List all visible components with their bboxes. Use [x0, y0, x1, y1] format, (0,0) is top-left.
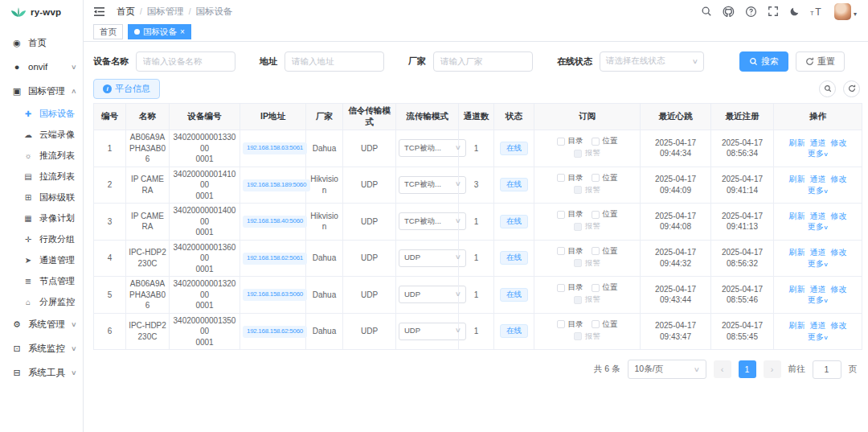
- checkbox-icon[interactable]: [557, 138, 565, 146]
- checkbox-icon[interactable]: [592, 320, 600, 328]
- cell-status: 在线: [494, 313, 534, 350]
- sidebar-item-channel-manage[interactable]: ➤通道管理: [0, 249, 83, 270]
- action-通道[interactable]: 通道: [810, 321, 826, 330]
- search-button[interactable]: 搜索: [739, 51, 788, 72]
- checkbox-icon[interactable]: [557, 211, 565, 219]
- action-刷新[interactable]: 刷新: [789, 212, 805, 220]
- col-header-device_id: 设备编号: [170, 104, 240, 130]
- subscribe-目录[interactable]: 目录: [557, 209, 583, 220]
- checkbox-icon[interactable]: [557, 174, 565, 182]
- checkbox-icon[interactable]: [557, 320, 565, 328]
- sidebar-item-onvif[interactable]: ●onvif∨: [0, 55, 83, 79]
- tab-首页[interactable]: 首页: [93, 24, 123, 39]
- breadcrumb-item[interactable]: 国标管理: [147, 6, 184, 18]
- question-icon[interactable]: [745, 6, 757, 18]
- subscribe-位置[interactable]: 位置: [592, 173, 618, 183]
- subscribe-目录[interactable]: 目录: [557, 282, 583, 293]
- sidebar-item-split-monitor[interactable]: ⌂分屏监控: [0, 291, 83, 312]
- checkbox-icon[interactable]: [592, 211, 600, 219]
- subscribe-位置[interactable]: 位置: [592, 282, 618, 293]
- action-通道[interactable]: 通道: [810, 248, 826, 257]
- subscribe-位置[interactable]: 位置: [592, 209, 618, 220]
- table-search-button[interactable]: [819, 80, 836, 97]
- stream-mode-select[interactable]: TCP被动...∨: [399, 212, 466, 230]
- action-更多[interactable]: 更多∨: [808, 149, 828, 158]
- next-page-button[interactable]: ›: [764, 360, 781, 378]
- sidebar-item-sys-tools[interactable]: ⊟系统工具∨: [0, 360, 83, 385]
- action-刷新[interactable]: 刷新: [789, 285, 805, 294]
- subscribe-位置[interactable]: 位置: [592, 136, 618, 146]
- action-更多[interactable]: 更多∨: [808, 295, 828, 304]
- checkbox-icon[interactable]: [557, 284, 565, 292]
- sidebar-item-record-plan[interactable]: ▦录像计划: [0, 208, 83, 228]
- action-刷新[interactable]: 刷新: [789, 175, 805, 183]
- action-更多[interactable]: 更多∨: [808, 332, 828, 341]
- subscribe-位置[interactable]: 位置: [592, 246, 618, 257]
- github-icon[interactable]: [723, 6, 735, 18]
- prev-page-button[interactable]: ‹: [714, 360, 731, 378]
- action-刷新[interactable]: 刷新: [789, 248, 805, 257]
- subscribe-位置[interactable]: 位置: [592, 319, 618, 330]
- platform-info-button[interactable]: i 平台信息: [93, 79, 160, 99]
- action-修改[interactable]: 修改: [831, 248, 847, 257]
- sidebar-item-pull-list[interactable]: ▤拉流列表: [0, 166, 83, 187]
- subscribe-目录[interactable]: 目录: [557, 319, 583, 330]
- action-修改[interactable]: 修改: [831, 285, 847, 294]
- font-size-icon[interactable]: TT: [810, 6, 824, 17]
- stream-mode-select[interactable]: UDP∨: [399, 286, 466, 303]
- page-number-1[interactable]: 1: [739, 360, 756, 378]
- subscribe-目录[interactable]: 目录: [557, 246, 583, 257]
- table-refresh-button[interactable]: [843, 80, 860, 97]
- checkbox-icon[interactable]: [592, 284, 600, 292]
- action-刷新[interactable]: 刷新: [789, 138, 805, 147]
- action-修改[interactable]: 修改: [831, 212, 847, 220]
- collapse-sidebar-icon[interactable]: [93, 6, 105, 17]
- stream-mode-select[interactable]: UDP∨: [399, 249, 466, 267]
- action-刷新[interactable]: 刷新: [789, 321, 805, 330]
- checkbox-icon[interactable]: [592, 138, 600, 146]
- sidebar-item-node-manage[interactable]: ≣节点管理: [0, 270, 83, 291]
- logo[interactable]: ry-wvp: [0, 0, 83, 24]
- sidebar-item-cloud-record[interactable]: ☁云端录像: [0, 124, 83, 145]
- user-menu[interactable]: ▾: [834, 3, 857, 20]
- sidebar-item-gb-device[interactable]: ✚国标设备: [0, 103, 83, 124]
- manufacturer-input[interactable]: [433, 51, 533, 72]
- sidebar-item-gb-manage[interactable]: ▣国标管理∧: [0, 79, 83, 103]
- action-修改[interactable]: 修改: [831, 138, 847, 147]
- action-通道[interactable]: 通道: [810, 212, 826, 220]
- checkbox-icon[interactable]: [592, 247, 600, 255]
- subscribe-目录[interactable]: 目录: [557, 136, 583, 146]
- goto-page-input[interactable]: [813, 360, 841, 379]
- close-icon[interactable]: ×: [180, 28, 185, 36]
- sidebar-item-gb-cascade[interactable]: ⊞国标级联: [0, 187, 83, 208]
- address-input[interactable]: [285, 51, 384, 72]
- stream-mode-select[interactable]: TCP被动...∨: [399, 176, 466, 194]
- checkbox-icon[interactable]: [557, 247, 565, 255]
- sidebar-item-home[interactable]: ◉首页: [0, 31, 83, 55]
- search-icon[interactable]: [701, 6, 712, 17]
- checkbox-icon[interactable]: [592, 174, 600, 182]
- subscribe-目录[interactable]: 目录: [557, 173, 583, 183]
- reset-button[interactable]: 重置: [796, 51, 845, 72]
- action-更多[interactable]: 更多∨: [808, 259, 828, 268]
- action-修改[interactable]: 修改: [831, 321, 847, 330]
- tab-国标设备[interactable]: 国标设备×: [128, 24, 191, 39]
- breadcrumb-item[interactable]: 首页: [117, 6, 135, 18]
- page-size-select[interactable]: 10条/页 ∨: [628, 360, 706, 379]
- moon-icon[interactable]: [789, 6, 800, 17]
- online-state-select[interactable]: 请选择在线状态∨: [600, 51, 704, 72]
- action-通道[interactable]: 通道: [810, 175, 826, 183]
- stream-mode-select[interactable]: TCP被动...∨: [399, 139, 466, 157]
- sidebar-item-push-list[interactable]: ☼推流列表: [0, 145, 83, 166]
- sidebar-item-sys-manage[interactable]: ⚙系统管理∨: [0, 312, 83, 336]
- sidebar-item-sys-monitor[interactable]: ⊡系统监控∨: [0, 336, 83, 360]
- sidebar-item-admin-group[interactable]: ✛行政分组: [0, 228, 83, 249]
- fullscreen-icon[interactable]: [768, 6, 779, 17]
- device-name-input[interactable]: [136, 51, 235, 72]
- action-通道[interactable]: 通道: [810, 285, 826, 294]
- action-修改[interactable]: 修改: [831, 175, 847, 183]
- stream-mode-select[interactable]: UDP∨: [399, 323, 466, 340]
- action-通道[interactable]: 通道: [810, 138, 826, 147]
- action-更多[interactable]: 更多∨: [808, 222, 828, 231]
- action-更多[interactable]: 更多∨: [808, 186, 828, 195]
